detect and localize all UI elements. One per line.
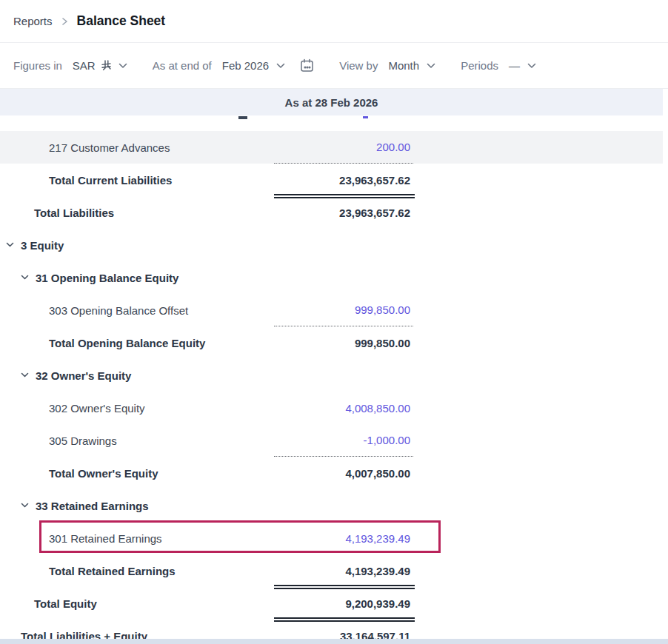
section-label: 33 Retained Earnings	[36, 500, 149, 512]
chevron-down-icon	[21, 503, 29, 509]
view-by-label: View by	[339, 59, 378, 72]
balance-sheet-table: 217 Customer Advances 200.00 Total Curre…	[0, 131, 663, 644]
chevron-down-icon	[21, 275, 29, 281]
view-by-select[interactable]: Month	[388, 59, 435, 72]
section-toggle-owners-equity[interactable]: 32 Owner's Equity	[0, 369, 131, 382]
total-value: 4,193,239.49	[274, 554, 413, 587]
account-value-link[interactable]: 999,850.00	[274, 294, 413, 326]
account-value-link[interactable]: -1,000.00	[274, 424, 413, 457]
breadcrumb-reports-link[interactable]: Reports	[13, 15, 53, 27]
chevron-right-icon	[61, 17, 68, 26]
account-label: 217 Customer Advances	[0, 141, 170, 154]
section-label: 31 Opening Balance Equity	[36, 272, 178, 284]
chevron-down-icon	[527, 63, 536, 69]
table-row: 303 Opening Balance Offset 999,850.00	[0, 294, 663, 326]
account-value-link[interactable]: 4,193,239.49	[274, 522, 413, 554]
table-row: 31 Opening Balance Equity	[0, 261, 663, 294]
column-header-as-at-date: As at 28 Feb 2026	[0, 89, 663, 115]
saudi-riyal-symbol-icon	[101, 60, 111, 71]
currency-value: SAR	[73, 59, 96, 72]
chevron-down-icon	[118, 63, 127, 69]
clipped-text-fragment	[238, 116, 247, 119]
total-value: 4,007,850.00	[274, 457, 413, 489]
breadcrumb: Reports Balance Sheet	[0, 0, 668, 43]
table-row: 302 Owner's Equity 4,008,850.00	[0, 392, 663, 424]
section-toggle-equity[interactable]: 3 Equity	[0, 239, 64, 252]
chevron-down-icon	[21, 372, 29, 378]
as-at-end-of-label: As at end of	[153, 59, 212, 72]
period-value: Feb 2026	[222, 59, 269, 72]
total-label: Total Equity	[0, 597, 97, 610]
table-row: Total Opening Balance Equity 999,850.00	[0, 326, 663, 359]
page-title: Balance Sheet	[77, 13, 166, 29]
table-row: 3 Equity	[0, 229, 663, 261]
total-label: Total Current Liabilities	[0, 174, 172, 187]
chevron-down-icon	[6, 242, 14, 248]
periods-value: —	[509, 59, 520, 72]
section-label: 32 Owner's Equity	[36, 369, 131, 382]
clipped-row-remnant	[0, 115, 663, 131]
total-value: 23,963,657.62	[274, 164, 413, 196]
periods-select[interactable]: —	[509, 59, 536, 72]
account-label: 305 Drawings	[0, 435, 117, 447]
periods-label: Periods	[461, 59, 498, 72]
total-value: 23,963,657.62	[274, 196, 413, 229]
total-label: Total Owner's Equity	[0, 467, 158, 480]
calendar-icon[interactable]	[300, 58, 314, 73]
table-row: Total Liabilities 23,963,657.62	[0, 196, 663, 229]
total-label: Total Retained Earnings	[0, 565, 176, 577]
table-row: 33 Retained Earnings	[0, 489, 663, 522]
clipped-value-fragment	[363, 116, 368, 118]
total-value: 999,850.00	[274, 326, 413, 359]
currency-select[interactable]: SAR	[73, 59, 127, 72]
total-value: 9,200,939.49	[274, 587, 413, 620]
total-label: Total Liabilities	[0, 207, 114, 219]
account-label: 303 Opening Balance Offset	[0, 304, 188, 317]
total-label: Total Opening Balance Equity	[0, 337, 205, 349]
table-row: Total Current Liabilities 23,963,657.62	[0, 164, 663, 196]
table-row: Total Owner's Equity 4,007,850.00	[0, 457, 663, 489]
account-label: 301 Retained Earnings	[0, 532, 162, 545]
account-value-link[interactable]: 200.00	[274, 131, 413, 164]
period-select[interactable]: Feb 2026	[222, 59, 285, 72]
table-row: 217 Customer Advances 200.00	[0, 131, 663, 164]
section-toggle-retained-earnings[interactable]: 33 Retained Earnings	[0, 500, 149, 512]
figures-in-label: Figures in	[13, 59, 62, 72]
account-label: 302 Owner's Equity	[0, 402, 145, 415]
bottom-scroll-edge	[0, 639, 668, 644]
table-row-highlighted: 301 Retained Earnings 4,193,239.49	[0, 522, 663, 554]
section-toggle-opening-balance-equity[interactable]: 31 Opening Balance Equity	[0, 272, 178, 284]
table-row: Total Equity 9,200,939.49	[0, 587, 663, 620]
section-label: 3 Equity	[21, 239, 64, 252]
table-row: Total Retained Earnings 4,193,239.49	[0, 554, 663, 587]
chevron-down-icon	[276, 63, 285, 69]
chevron-down-icon	[427, 63, 435, 69]
table-row: 305 Drawings -1,000.00	[0, 424, 663, 457]
account-value-link[interactable]: 4,008,850.00	[274, 392, 413, 424]
report-toolbar: Figures in SAR As at end of Feb 2026 V	[0, 43, 668, 89]
table-row: 32 Owner's Equity	[0, 359, 663, 392]
view-by-value: Month	[388, 59, 419, 72]
